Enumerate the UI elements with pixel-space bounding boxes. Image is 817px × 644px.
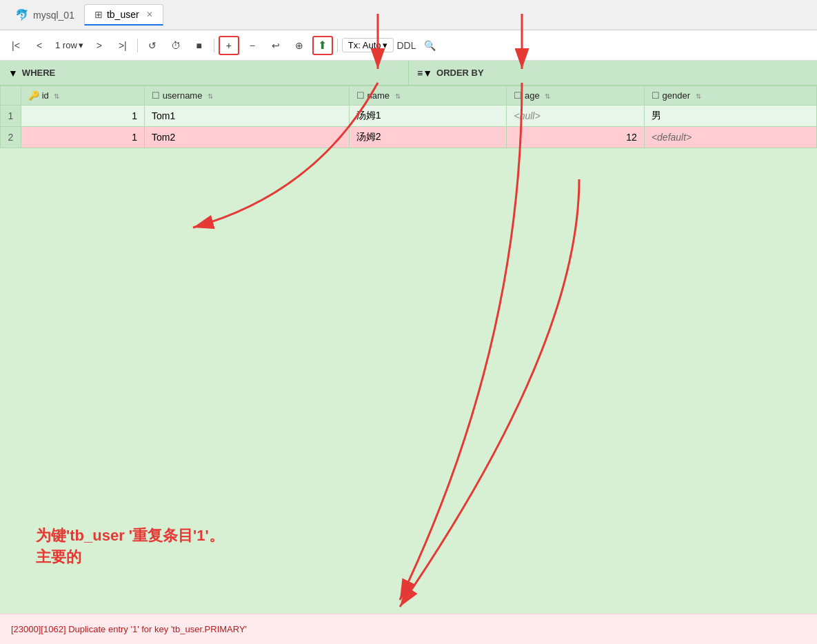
refresh-button[interactable]: ↺: [142, 36, 163, 55]
row-num-header: [1, 86, 21, 105]
row-count-label: 1 row: [55, 40, 77, 50]
row2-username[interactable]: Tom2: [145, 127, 350, 148]
stop-button[interactable]: ■: [189, 36, 210, 55]
tab-bar: 🐬 mysql_01 ⊞ tb_user ✕: [0, 0, 817, 30]
col-name-label: name: [367, 90, 390, 101]
tab-mysql01-label: mysql_01: [33, 10, 74, 21]
row2-gender[interactable]: <default>: [644, 127, 816, 148]
row2-age[interactable]: 12: [507, 127, 644, 148]
id-sort-icon[interactable]: ⇅: [54, 92, 59, 100]
col-gender-icon: ☐: [652, 90, 660, 101]
tx-label: Tx: Auto: [348, 40, 381, 50]
ddl-button[interactable]: DDL: [396, 36, 417, 55]
row1-gender[interactable]: 男: [644, 105, 816, 127]
annotation-text: 为键'tb_user '重复条目'1'。 主要的: [36, 525, 224, 568]
annotation-line2: 主要的: [36, 547, 224, 568]
gender-sort-icon[interactable]: ⇅: [696, 92, 701, 100]
row-num-1: 1: [1, 105, 21, 127]
row-num-2: 2: [1, 127, 21, 148]
col-username-icon: ☐: [152, 90, 160, 101]
col-age-label: age: [525, 90, 540, 101]
row1-id[interactable]: 1: [21, 105, 145, 127]
username-sort-icon[interactable]: ⇅: [208, 92, 213, 100]
col-header-username[interactable]: ☐ username ⇅: [145, 86, 350, 105]
chevron-down-icon: ▾: [79, 40, 83, 50]
orderby-icon: ≡▼: [417, 68, 432, 79]
row1-age[interactable]: <null>: [507, 105, 644, 127]
col-id-label: id: [42, 90, 49, 101]
col-header-gender[interactable]: ☐ gender ⇅: [644, 86, 816, 105]
main-content: ▼ WHERE ≡▼ ORDER BY 🔑 id ⇅: [0, 61, 817, 644]
row1-username[interactable]: Tom1: [145, 105, 350, 127]
filter-bar: ▼ WHERE ≡▼ ORDER BY: [0, 61, 817, 85]
divider-1: [137, 39, 138, 52]
col-gender-label: gender: [663, 90, 690, 101]
table-icon: ⊞: [94, 9, 103, 20]
tab-close-icon[interactable]: ✕: [146, 10, 153, 19]
error-message: [23000][1062] Duplicate entry '1' for ke…: [11, 624, 247, 634]
where-section: ▼ WHERE: [0, 61, 409, 85]
toolbar: |< < 1 row ▾ > >| ↺ ⏱ ■ + − ↩ ⊕ ⬆ Tx: Au…: [0, 30, 817, 61]
filter-icon: ▼: [8, 68, 18, 79]
commit-button[interactable]: ⬆: [312, 36, 333, 55]
row2-name[interactable]: 汤姆2: [349, 127, 507, 148]
orderby-label: ORDER BY: [436, 68, 484, 78]
col-header-age[interactable]: ☐ age ⇅: [507, 86, 644, 105]
data-table: 🔑 id ⇅ ☐ username ⇅ ☐ name ⇅: [0, 85, 817, 148]
search-button[interactable]: 🔍: [420, 36, 441, 55]
last-row-button[interactable]: >|: [112, 36, 133, 55]
where-label: WHERE: [22, 68, 55, 78]
orderby-section: ≡▼ ORDER BY: [409, 61, 817, 85]
annotation-line1: 为键'tb_user '重复条目'1'。: [36, 525, 224, 547]
key-icon: 🔑: [28, 90, 39, 101]
tx-chevron-icon: ▾: [383, 40, 387, 50]
tx-button[interactable]: Tx: Auto ▾: [342, 38, 394, 52]
col-header-name[interactable]: ☐ name ⇅: [349, 86, 507, 105]
table-row[interactable]: 2 1 Tom2 汤姆2 12 <default>: [1, 127, 817, 148]
col-name-icon: ☐: [356, 90, 365, 101]
col-header-id[interactable]: 🔑 id ⇅: [21, 86, 145, 105]
row1-name[interactable]: 汤姆1: [349, 105, 507, 127]
age-sort-icon[interactable]: ⇅: [545, 92, 550, 100]
row2-id[interactable]: 1: [21, 127, 145, 148]
tab-tb-user-label: tb_user: [107, 9, 139, 20]
divider-2: [214, 39, 214, 52]
prev-row-button[interactable]: <: [29, 36, 50, 55]
next-row-button[interactable]: >: [89, 36, 110, 55]
error-bar: [23000][1062] Duplicate entry '1' for ke…: [0, 614, 817, 644]
table-row[interactable]: 1 1 Tom1 汤姆1 <null> 男: [1, 105, 817, 127]
name-sort-icon[interactable]: ⇅: [395, 92, 401, 100]
undo-button[interactable]: ↩: [265, 36, 286, 55]
tab-tb-user[interactable]: ⊞ tb_user ✕: [84, 4, 163, 26]
tab-mysql01[interactable]: 🐬 mysql_01: [6, 4, 84, 26]
add-row-button[interactable]: +: [219, 36, 239, 55]
remove-row-button[interactable]: −: [242, 36, 263, 55]
table-header-row: 🔑 id ⇅ ☐ username ⇅ ☐ name ⇅: [1, 86, 817, 105]
filter-col-button[interactable]: ⊕: [289, 36, 310, 55]
row-selector[interactable]: 1 row ▾: [52, 40, 86, 50]
mysql-icon: 🐬: [15, 8, 29, 21]
first-row-button[interactable]: |<: [6, 36, 26, 55]
col-age-icon: ☐: [514, 90, 522, 101]
history-button[interactable]: ⏱: [165, 36, 186, 55]
divider-3: [337, 39, 338, 52]
col-username-label: username: [163, 90, 203, 101]
